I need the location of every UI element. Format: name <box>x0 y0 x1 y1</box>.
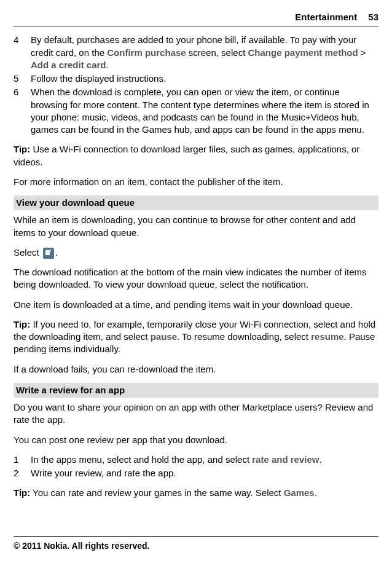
bold-text: Confirm purchase <box>107 47 186 58</box>
list-item: 6 When the download is complete, you can… <box>14 86 378 136</box>
paragraph: While an item is downloading, you can co… <box>14 214 378 239</box>
text-span: Select <box>14 247 42 258</box>
section-heading: View your download queue <box>14 195 378 210</box>
list-item: 4 By default, purchases are added to you… <box>14 34 378 71</box>
paragraph: For more information on an item, contact… <box>14 176 378 188</box>
footer-copyright: © 2011 Nokia. All rights reserved. <box>14 536 378 552</box>
paragraph: One item is downloaded at a time, and pe… <box>14 299 378 311</box>
tip-paragraph: Tip: Use a Wi-Fi connection to download … <box>14 143 378 168</box>
text-span: . To resume downloading, select <box>177 331 311 342</box>
text-span: > <box>358 47 366 58</box>
header-page-number: 53 <box>368 12 378 22</box>
tip-text: Use a Wi-Fi connection to download large… <box>14 144 359 167</box>
list-number: 5 <box>14 73 31 85</box>
bold-text: pause <box>151 331 177 342</box>
text-span: . <box>315 487 317 498</box>
marketplace-icon <box>43 248 54 259</box>
text-span: In the apps menu, select and hold the ap… <box>31 454 252 465</box>
paragraph: You can post one review per app that you… <box>14 434 378 446</box>
paragraph: Do you want to share your opinion on an … <box>14 401 378 427</box>
bold-text: Games <box>284 487 315 498</box>
text-span: You can rate and review your games in th… <box>30 487 283 498</box>
tip-paragraph: Tip: You can rate and review your games … <box>14 487 378 499</box>
list-item: 1 In the apps menu, select and hold the … <box>14 454 378 466</box>
tip-label: Tip: <box>14 487 30 498</box>
list-text: In the apps menu, select and hold the ap… <box>31 454 378 466</box>
list-number: 2 <box>14 467 31 479</box>
list-number: 4 <box>14 34 31 71</box>
list-text: When the download is complete, you can o… <box>31 86 378 136</box>
list-text: Write your review, and rate the app. <box>31 467 378 479</box>
tip-label: Tip: <box>14 319 30 329</box>
header-section: Entertainment <box>295 12 357 22</box>
list-item: 5 Follow the displayed instructions. <box>14 73 378 85</box>
list-number: 1 <box>14 454 31 466</box>
bold-text: resume <box>311 331 343 342</box>
page-header: Entertainment 53 <box>14 11 378 26</box>
list-text: Follow the displayed instructions. <box>31 73 378 85</box>
bold-text: rate and review <box>252 454 319 465</box>
paragraph: If a download fails, you can re-download… <box>14 363 378 376</box>
text-span: . <box>106 60 109 70</box>
tip-paragraph: Tip: If you need to, for example, tempor… <box>14 318 378 356</box>
select-line: Select . <box>14 246 378 259</box>
list-number: 6 <box>14 86 31 136</box>
paragraph: The download notification at the bottom … <box>14 266 378 291</box>
text-span: screen, select <box>186 47 248 58</box>
text-span: . <box>319 454 321 465</box>
bold-text: Change payment method <box>248 47 358 58</box>
section-heading: Write a review for an app <box>14 383 378 398</box>
list-item: 2 Write your review, and rate the app. <box>14 467 378 479</box>
list-text: By default, purchases are added to your … <box>31 34 378 71</box>
bold-text: Add a credit card <box>31 60 106 70</box>
tip-label: Tip: <box>14 144 30 154</box>
text-span: . <box>55 247 58 258</box>
